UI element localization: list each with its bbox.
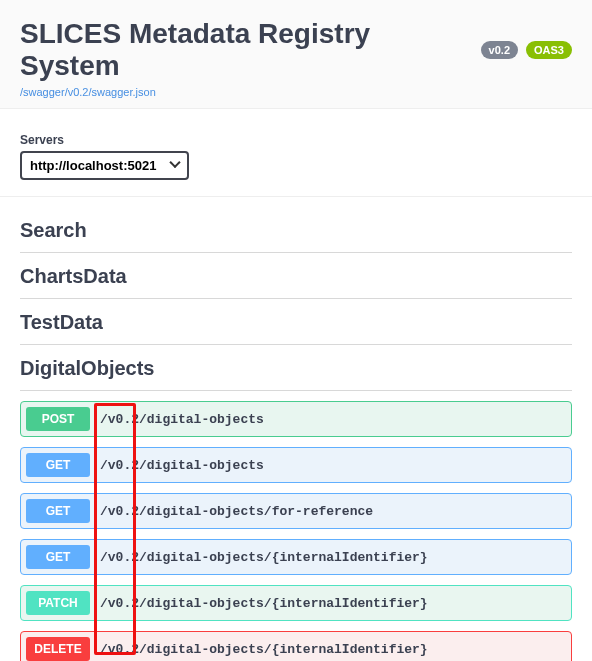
server-select[interactable]: http://localhost:5021 (20, 151, 189, 180)
operation-path: /v0.2/digital-objects/{internalIdentifie… (100, 596, 428, 611)
operation-row[interactable]: POST/v0.2/digital-objects (20, 401, 572, 437)
method-badge: PATCH (26, 591, 90, 615)
servers-section: Servers http://localhost:5021 (0, 109, 592, 197)
tag-testdata[interactable]: TestData (20, 299, 572, 345)
page-header: SLICES Metadata Registry System v0.2 OAS… (0, 0, 592, 109)
version-badge: v0.2 (481, 41, 518, 59)
operation-path: /v0.2/digital-objects (100, 412, 264, 427)
tag-chartsdata[interactable]: ChartsData (20, 253, 572, 299)
method-badge: POST (26, 407, 90, 431)
operation-row[interactable]: GET/v0.2/digital-objects/for-reference (20, 493, 572, 529)
operation-path: /v0.2/digital-objects/{internalIdentifie… (100, 642, 428, 657)
operation-path: /v0.2/digital-objects/for-reference (100, 504, 373, 519)
page-title: SLICES Metadata Registry System (20, 18, 473, 82)
operation-row[interactable]: GET/v0.2/digital-objects/{internalIdenti… (20, 539, 572, 575)
tag-search[interactable]: Search (20, 207, 572, 253)
operation-path: /v0.2/digital-objects (100, 458, 264, 473)
method-badge: GET (26, 453, 90, 477)
oas-badge: OAS3 (526, 41, 572, 59)
spec-link[interactable]: /swagger/v0.2/swagger.json (20, 86, 156, 98)
operation-row[interactable]: DELETE/v0.2/digital-objects/{internalIde… (20, 631, 572, 661)
tag-digitalobjects[interactable]: DigitalObjects (20, 345, 572, 391)
operation-row[interactable]: PATCH/v0.2/digital-objects/{internalIden… (20, 585, 572, 621)
method-badge: GET (26, 545, 90, 569)
method-badge: DELETE (26, 637, 90, 661)
api-content: Search ChartsData TestData DigitalObject… (0, 197, 592, 661)
operation-row[interactable]: GET/v0.2/digital-objects (20, 447, 572, 483)
operation-path: /v0.2/digital-objects/{internalIdentifie… (100, 550, 428, 565)
method-badge: GET (26, 499, 90, 523)
operations-list: POST/v0.2/digital-objectsGET/v0.2/digita… (20, 401, 572, 661)
servers-label: Servers (20, 133, 572, 147)
